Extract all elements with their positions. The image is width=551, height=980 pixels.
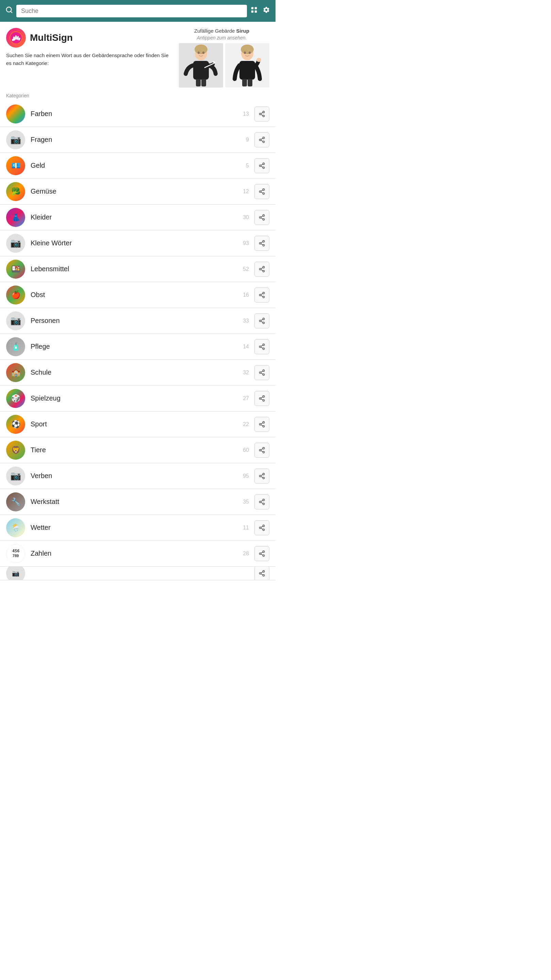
list-item[interactable]: 💶 Geld 5 [0,153,275,179]
svg-line-51 [261,190,263,191]
share-button[interactable] [254,417,269,432]
svg-point-27 [256,58,261,62]
category-thumbnail-gemuese: 🥦 [6,182,25,201]
category-thumbnail-personen: 📷 [6,311,25,331]
list-item[interactable]: 🦁 Tiere 60 [0,437,275,463]
category-thumbnail-fragen: 📷 [6,130,25,150]
random-gesture-images[interactable] [179,43,269,88]
category-name: Verben [30,472,239,480]
category-name-sport: Sport [30,420,239,428]
list-item[interactable]: 🍎 Obst 16 [0,282,275,308]
category-count: 93 [239,240,249,247]
list-item[interactable]: 🥦 Gemüse 12 [0,179,275,205]
share-button[interactable] [254,520,269,535]
svg-line-76 [261,319,263,320]
grid-icon[interactable] [250,6,258,16]
svg-line-101 [261,449,263,450]
category-thumbnail-lebensmittel: 🍱 [6,259,25,279]
list-item[interactable]: 🧴 Pflege 14 [0,334,275,360]
search-icon [5,6,13,16]
category-count: 30 [239,215,249,221]
svg-line-110 [261,502,263,503]
share-button[interactable] [254,288,269,302]
svg-point-15 [195,45,208,54]
share-icon [259,266,265,272]
list-item[interactable]: ⚽ Sport 22 [0,411,275,437]
list-item[interactable]: 🎲 Spielzeug 27 [0,385,275,411]
share-button[interactable] [254,107,269,121]
category-count: 33 [239,318,249,324]
share-icon [259,550,265,557]
svg-line-86 [261,371,263,372]
category-name: Kleine Wörter [30,239,239,247]
category-count: 35 [239,499,249,505]
category-thumbnail-sport: ⚽ [6,415,25,434]
list-item[interactable]: 📷 Fragen 9 [0,127,275,153]
svg-line-35 [261,115,263,115]
hero-brand: MultiSign [6,28,169,48]
category-count: 95 [239,473,249,479]
share-button[interactable] [254,210,269,225]
svg-line-105 [261,476,263,477]
sign-image-2[interactable] [225,43,269,88]
category-thumbnail-schule: 🏫 [6,363,25,382]
category-name: Pflege [30,343,239,350]
list-item[interactable]: 🍱 Lebensmittel 52 [0,256,275,282]
share-button[interactable] [254,262,269,277]
list-item[interactable]: 🏫 Schule 32 [0,360,275,385]
share-button[interactable] [254,365,269,380]
category-name: Kleider [30,213,239,221]
svg-point-21 [198,52,200,54]
share-icon [259,570,265,577]
sign-image-1[interactable] [179,43,223,88]
share-icon [259,343,265,350]
share-button[interactable] [254,495,269,509]
search-input[interactable] [16,5,247,18]
category-thumbnail-geld: 💶 [6,156,25,175]
svg-line-41 [261,138,263,139]
category-thumbnail-extra: 📷 [6,566,25,580]
share-button[interactable] [254,566,269,580]
list-item[interactable]: 4̄5̄6̄789 Zahlen 28 [0,541,275,566]
list-item[interactable]: 📷 Kleine Wörter 93 [0,231,275,256]
svg-rect-20 [202,79,206,86]
share-button[interactable] [254,313,269,328]
share-icon [259,292,265,298]
list-item[interactable]: 🌦️ Wetter 11 [0,515,275,541]
share-button[interactable] [254,132,269,147]
list-item[interactable]: Farben 13 [0,101,275,127]
category-name: Lebensmittel [30,265,239,273]
svg-line-1 [11,11,12,13]
category-count: 9 [239,137,249,143]
share-icon [259,137,265,143]
hero-right[interactable]: Zufällige Gebärde Sirup Antippen zum ans… [174,28,269,88]
share-button[interactable] [254,443,269,458]
svg-line-80 [261,347,263,348]
category-name: Schule [30,369,239,376]
hero-left: MultiSign Suchen Sie nach einem Wort aus… [6,28,169,67]
category-thumbnail-pflege: 🧴 [6,337,25,356]
list-item[interactable]: 📷 Personen 33 [0,308,275,334]
svg-point-31 [249,52,251,54]
share-button[interactable] [254,469,269,484]
share-button[interactable] [254,546,269,561]
list-item[interactable]: 👗 Kleider 30 [0,205,275,231]
svg-line-100 [261,450,263,452]
share-button[interactable] [254,391,269,406]
category-count: 5 [239,163,249,169]
list-item[interactable]: 📷 [0,566,275,580]
share-button[interactable] [254,158,269,173]
list-item[interactable]: 🔧 Werkstatt 35 [0,489,275,515]
svg-line-65 [261,269,263,270]
settings-icon[interactable] [263,6,270,16]
list-item[interactable]: 📷 Verben 95 [0,463,275,489]
share-button[interactable] [254,339,269,354]
category-thumbnail-spielzeug: 🎲 [6,389,25,408]
share-button[interactable] [254,184,269,199]
category-count: 28 [239,550,249,557]
share-button[interactable] [254,236,269,251]
svg-rect-29 [248,79,252,86]
svg-line-71 [261,293,263,294]
share-icon [259,369,265,376]
share-icon [259,214,265,221]
